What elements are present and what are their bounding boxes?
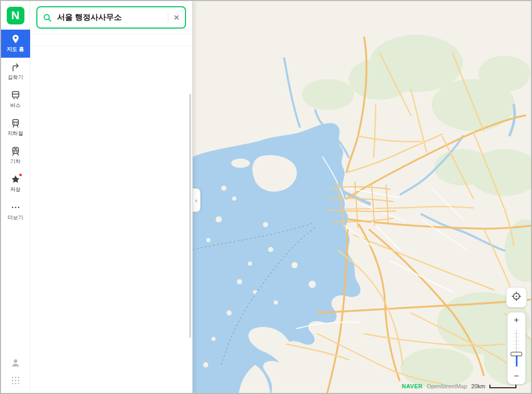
zoom-out-button[interactable]: − [508,369,525,384]
person-icon[interactable] [10,358,21,368]
search-icon [43,13,52,22]
sidebar-item-label: 지하철 [8,130,23,137]
map-attribution: NAVER OpenStreetMap 20km [402,383,516,389]
naver-attribution: NAVER [402,383,422,389]
clear-search-button[interactable]: ✕ [173,14,180,21]
zoom-slider-thumb[interactable] [511,352,522,356]
panel-scrollbar[interactable] [189,94,191,338]
sidebar-item-지하철[interactable]: 지하철 [1,114,30,142]
sidebar-item-길찾기[interactable]: 길찾기 [1,58,30,86]
subway-icon [10,118,21,128]
sidebar-item-label: 길찾기 [8,74,23,81]
locate-button[interactable] [506,287,527,308]
search-results-list [30,34,192,393]
search-divider [168,12,168,23]
naver-maps-window: N 지도 홈길찾기버스지하철기차저장더보기 ✕ [0,0,532,394]
panel-collapse-button[interactable]: ‹ [193,188,201,212]
zoom-fill [516,355,517,366]
sidebar-item-지도 홈[interactable]: 지도 홈 [1,30,30,58]
pagination [30,376,192,393]
osm-attribution[interactable]: OpenStreetMap [427,383,467,389]
notification-dot [19,174,22,176]
map-base-art [193,1,531,393]
search-area: ✕ [30,1,192,34]
sidebar-item-더보기[interactable]: 더보기 [1,198,30,226]
sidebar-item-버스[interactable]: 버스 [1,86,30,114]
rail-nav: 지도 홈길찾기버스지하철기차저장더보기 [1,30,30,226]
train-icon [10,146,21,156]
map-home-icon [10,34,21,44]
apps-grid-icon[interactable] [10,375,21,386]
sidebar-item-label: 더보기 [8,214,23,221]
target-icon [511,291,522,304]
search-box[interactable]: ✕ [36,6,186,29]
naver-logo[interactable]: N [7,7,24,24]
sidebar-item-label: 지도 홈 [7,46,24,53]
left-rail: N 지도 홈길찾기버스지하철기차저장더보기 [1,1,30,393]
bus-icon [10,90,21,100]
rail-bottom [10,358,21,393]
zoom-control: + − [507,312,526,385]
scale-text: 20km [471,383,485,389]
map-canvas[interactable]: ‹ + − NAVER OpenStreetMap 20km [193,1,531,393]
scale-bar [489,385,516,388]
directions-icon [10,62,21,72]
zoom-slider[interactable] [508,328,525,369]
search-panel: ✕ [30,1,193,393]
zoom-in-button[interactable]: + [508,312,525,328]
more-icon [10,202,21,213]
search-result-item [30,34,192,46]
sidebar-item-label: 기차 [10,158,21,165]
sidebar-item-저장[interactable]: 저장 [1,170,30,198]
sidebar-item-label: 저장 [10,186,21,193]
sidebar-item-기차[interactable]: 기차 [1,142,30,170]
sidebar-item-label: 버스 [10,102,21,109]
search-input[interactable] [56,12,163,22]
